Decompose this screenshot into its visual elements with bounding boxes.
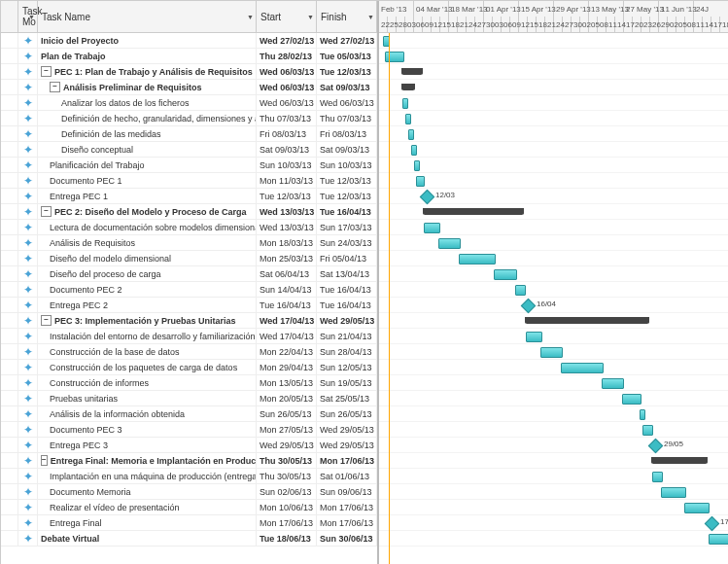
task-name-cell[interactable]: Plan de Trabajo xyxy=(38,49,257,63)
task-name-cell[interactable]: Construcción de la base de datos xyxy=(38,344,257,359)
task-name-cell[interactable]: Entrega Final xyxy=(38,515,257,530)
task-name-cell[interactable]: Entrega PEC 1 xyxy=(38,189,257,203)
task-name-cell[interactable]: Diseño del modelo dimensional xyxy=(38,251,257,265)
finish-cell[interactable]: Sun 10/03/13 xyxy=(317,158,377,172)
table-row[interactable]: ✦Entrega PEC 3Wed 29/05/13Wed 29/05/13 xyxy=(1,438,377,453)
table-row[interactable]: ✦Lectura de documentación sobre modelos … xyxy=(1,220,377,235)
table-row[interactable]: ✦Realizar el vídeo de presentaciónMon 10… xyxy=(1,500,377,515)
start-cell[interactable]: Mon 25/03/13 xyxy=(257,251,317,265)
task-bar[interactable] xyxy=(709,534,728,545)
table-row[interactable]: ✦Análisis de RequisitosMon 18/03/13Sun 2… xyxy=(1,235,377,251)
chevron-down-icon[interactable]: ▼ xyxy=(247,14,254,20)
table-row[interactable]: ✦Documento PEC 2Sun 14/04/13Tue 16/04/13 xyxy=(1,282,377,298)
milestone-diamond[interactable] xyxy=(420,190,435,205)
task-name-cell[interactable]: Definición de las medidas xyxy=(38,126,257,141)
task-bar[interactable] xyxy=(424,223,440,233)
task-name-cell[interactable]: Pruebas unitarias xyxy=(38,391,257,405)
task-name-cell[interactable]: Análisis de Requisitos xyxy=(38,235,257,250)
task-bar[interactable] xyxy=(408,129,414,140)
task-bar[interactable] xyxy=(411,145,417,156)
finish-cell[interactable]: Wed 27/02/13 xyxy=(317,33,377,48)
finish-cell[interactable]: Sat 25/05/13 xyxy=(317,391,377,405)
finish-cell[interactable]: Sat 09/03/13 xyxy=(317,142,377,157)
finish-cell[interactable]: Sun 17/03/13 xyxy=(317,220,377,234)
task-name-cell[interactable]: Lectura de documentación sobre modelos d… xyxy=(38,220,257,234)
task-bar[interactable] xyxy=(438,238,461,249)
table-row[interactable]: ✦Implantación en una máquina de producci… xyxy=(1,469,377,484)
task-bar[interactable] xyxy=(526,332,542,342)
finish-cell[interactable]: Mon 17/06/13 xyxy=(317,453,377,468)
finish-cell[interactable]: Tue 16/04/13 xyxy=(317,282,377,297)
table-row[interactable]: ✦Entrega PEC 2Tue 16/04/13Tue 16/04/13 xyxy=(1,298,377,313)
task-name-cell[interactable]: Construcción de los paquetes de carga de… xyxy=(38,360,257,374)
finish-cell[interactable]: Sun 12/05/13 xyxy=(317,360,377,374)
start-cell[interactable]: Fri 08/03/13 xyxy=(257,126,317,141)
task-bar[interactable] xyxy=(405,114,411,124)
start-cell[interactable]: Wed 13/03/13 xyxy=(257,220,317,234)
table-row[interactable]: ✦Definición de las medidasFri 08/03/13Fr… xyxy=(1,126,377,142)
task-bar[interactable] xyxy=(414,160,420,171)
start-cell[interactable]: Wed 13/03/13 xyxy=(257,204,317,219)
table-row[interactable]: ✦Documento MemoriaSun 02/06/13Sun 09/06/… xyxy=(1,484,377,500)
finish-cell[interactable]: Thu 07/03/13 xyxy=(317,111,377,125)
start-cell[interactable]: Thu 28/02/13 xyxy=(257,49,317,63)
grid-body[interactable]: ✦Inicio del ProyectoWed 27/02/13Wed 27/0… xyxy=(1,33,377,546)
start-cell[interactable]: Mon 29/04/13 xyxy=(257,360,317,374)
finish-cell[interactable]: Wed 29/05/13 xyxy=(317,438,377,452)
table-row[interactable]: ✦Entrega FinalMon 17/06/13Mon 17/06/13 xyxy=(1,515,377,531)
chevron-down-icon[interactable]: ▼ xyxy=(28,14,35,20)
milestone-diamond[interactable] xyxy=(521,299,537,314)
finish-cell[interactable]: Sat 13/04/13 xyxy=(317,266,377,281)
task-bar[interactable] xyxy=(622,394,641,405)
finish-cell[interactable]: Wed 06/03/13 xyxy=(317,95,377,110)
finish-cell[interactable]: Tue 05/03/13 xyxy=(317,49,377,63)
task-bar[interactable] xyxy=(684,503,710,513)
task-bar[interactable] xyxy=(661,487,686,498)
task-name-cell[interactable]: −Entrega Final: Memoria e Implantación e… xyxy=(38,453,257,468)
milestone-diamond[interactable] xyxy=(705,516,720,532)
finish-cell[interactable]: Sat 09/03/13 xyxy=(317,80,377,94)
milestone-diamond[interactable] xyxy=(648,439,664,454)
task-bar[interactable] xyxy=(602,378,624,389)
finish-cell[interactable]: Wed 29/05/13 xyxy=(317,313,377,328)
start-cell[interactable]: Wed 17/04/13 xyxy=(257,313,317,328)
start-cell[interactable]: Mon 13/05/13 xyxy=(257,375,317,390)
finish-cell[interactable]: Tue 12/03/13 xyxy=(317,64,377,79)
collapse-icon[interactable]: − xyxy=(41,315,52,326)
finish-cell[interactable]: Fri 05/04/13 xyxy=(317,251,377,265)
task-name-cell[interactable]: Documento Memoria xyxy=(38,484,257,499)
collapse-icon[interactable]: − xyxy=(41,206,52,217)
collapse-icon[interactable]: − xyxy=(41,455,48,466)
task-name-cell[interactable]: Implantación en una máquina de producció… xyxy=(38,469,257,483)
summary-bar[interactable] xyxy=(526,317,648,324)
table-row[interactable]: ✦−Entrega Final: Memoria e Implantación … xyxy=(1,453,377,469)
task-name-cell[interactable]: −PEC 1: Plan de Trabajo y Análisis de Re… xyxy=(38,64,257,79)
table-row[interactable]: ✦Diseño del proceso de cargaSat 06/04/13… xyxy=(1,266,377,282)
summary-bar[interactable] xyxy=(402,68,422,75)
start-cell[interactable]: Mon 27/05/13 xyxy=(257,422,317,437)
start-cell[interactable]: Wed 06/03/13 xyxy=(257,64,317,79)
task-name-cell[interactable]: −Análisis Preliminar de Requisitos xyxy=(38,80,257,94)
table-row[interactable]: ✦Plan de TrabajoThu 28/02/13Tue 05/03/13 xyxy=(1,49,377,64)
finish-cell[interactable]: Sun 19/05/13 xyxy=(317,375,377,390)
start-cell[interactable]: Mon 18/03/13 xyxy=(257,235,317,250)
col-finish[interactable]: Finish▼ xyxy=(317,1,377,32)
finish-cell[interactable]: Sun 09/06/13 xyxy=(317,484,377,499)
chevron-down-icon[interactable]: ▼ xyxy=(307,14,314,20)
table-row[interactable]: ✦Documento PEC 3Mon 27/05/13Wed 29/05/13 xyxy=(1,422,377,438)
task-name-cell[interactable]: Construcción de informes xyxy=(38,375,257,390)
table-row[interactable]: ✦−PEC 3: Implementación y Pruebas Unitar… xyxy=(1,313,377,329)
table-row[interactable]: ✦Entrega PEC 1Tue 12/03/13Tue 12/03/13 xyxy=(1,189,377,204)
start-cell[interactable]: Sun 26/05/13 xyxy=(257,406,317,421)
task-name-cell[interactable]: Diseño conceptual xyxy=(38,142,257,157)
task-name-cell[interactable]: Documento PEC 2 xyxy=(38,282,257,297)
task-bar[interactable] xyxy=(561,363,604,373)
start-cell[interactable]: Thu 30/05/13 xyxy=(257,453,317,468)
start-cell[interactable]: Mon 20/05/13 xyxy=(257,391,317,405)
finish-cell[interactable]: Fri 08/03/13 xyxy=(317,126,377,141)
collapse-icon[interactable]: − xyxy=(41,66,52,77)
table-row[interactable]: ✦Diseño del modelo dimensionalMon 25/03/… xyxy=(1,251,377,266)
finish-cell[interactable]: Tue 16/04/13 xyxy=(317,204,377,219)
table-row[interactable]: ✦−Análisis Preliminar de RequisitosWed 0… xyxy=(1,80,377,95)
finish-cell[interactable]: Mon 17/06/13 xyxy=(317,500,377,514)
